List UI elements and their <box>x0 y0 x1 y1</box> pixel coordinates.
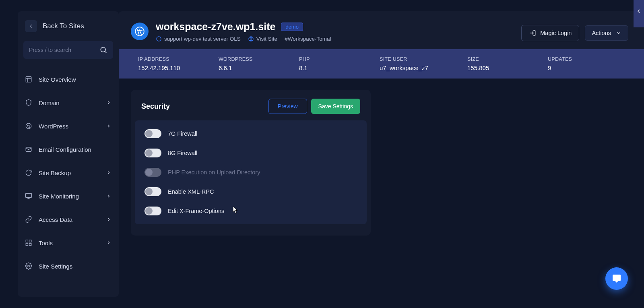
toggle-php-execution: PHP Execution on Upload Directory <box>144 168 357 177</box>
wordpress-icon <box>25 122 32 130</box>
server-link[interactable]: support wp-dev test server OLS <box>156 36 241 42</box>
sidebar-item-label: WordPress <box>39 123 99 130</box>
monitor-icon <box>25 192 32 200</box>
sidebar-item-label: Site Overview <box>39 76 111 83</box>
save-settings-button[interactable]: Save Settings <box>311 99 360 114</box>
grid-icon <box>25 239 32 246</box>
search-field[interactable] <box>23 41 113 59</box>
toggle-switch[interactable] <box>144 149 161 157</box>
toggle-switch[interactable] <box>144 129 161 138</box>
stat-value: u7_workspace_z7 <box>380 64 467 71</box>
chevron-right-icon <box>106 240 111 246</box>
visit-site-link[interactable]: Visit Site <box>248 36 277 42</box>
search-icon <box>99 46 107 54</box>
actions-label: Actions <box>592 30 611 36</box>
toggle-8g-firewall: 8G Firewall <box>144 149 357 157</box>
globe-icon <box>248 36 254 42</box>
stat-wordpress: WORDPRESS 6.6.1 <box>219 56 299 71</box>
security-card: Security Preview Save Settings 7G Firewa… <box>131 90 371 236</box>
toggle-label: 8G Firewall <box>168 150 197 156</box>
shield-icon <box>25 99 32 106</box>
security-toggles: 7G Firewall 8G Firewall PHP Execution on… <box>135 120 367 224</box>
main: workspace-z7ve.wp1.site demo support wp-… <box>119 0 644 308</box>
sidebar: Back To Sites Site Overview Domain WordP… <box>18 11 119 297</box>
toggle-switch <box>144 168 161 177</box>
visit-site-label: Visit Site <box>256 36 277 42</box>
chevron-down-icon <box>616 30 621 36</box>
page-header: workspace-z7ve.wp1.site demo support wp-… <box>119 11 644 49</box>
stat-label: PHP <box>299 56 380 62</box>
sidebar-item-label: Site Settings <box>39 263 111 270</box>
toggle-xml-rpc: Enable XML-RPC <box>144 187 357 196</box>
security-title: Security <box>141 102 170 111</box>
toggle-x-frame-options: Edit X-Frame-Options <box>144 207 357 215</box>
stat-label: UPDATES <box>548 56 628 62</box>
svg-rect-10 <box>26 240 28 242</box>
stat-value: 155.805 <box>467 64 548 71</box>
chevron-left-icon <box>636 8 642 14</box>
chat-button[interactable] <box>605 267 628 290</box>
login-icon <box>529 29 536 37</box>
sidebar-item-tools[interactable]: Tools <box>18 231 119 254</box>
stat-value: 152.42.195.110 <box>138 64 219 71</box>
stat-label: SIZE <box>467 56 548 62</box>
svg-rect-11 <box>29 240 31 242</box>
back-label[interactable]: Back To Sites <box>43 22 84 30</box>
chevron-right-icon <box>106 123 111 129</box>
svg-rect-7 <box>26 193 32 198</box>
stat-value: 8.1 <box>299 64 380 71</box>
preview-button[interactable]: Preview <box>268 99 307 114</box>
chat-icon <box>612 274 621 283</box>
svg-line-1 <box>105 52 107 53</box>
right-panel-toggle[interactable] <box>634 0 644 27</box>
sidebar-item-site-monitoring[interactable]: Site Monitoring <box>18 184 119 208</box>
gear-icon <box>25 263 32 270</box>
layout-icon <box>25 76 32 83</box>
sidebar-item-access-data[interactable]: Access Data <box>18 208 119 231</box>
stat-ip-address: IP ADDRESS 152.42.195.110 <box>138 56 219 71</box>
sidebar-item-wordpress[interactable]: WordPress <box>18 114 119 138</box>
demo-badge: demo <box>281 23 303 31</box>
github-icon <box>156 36 162 42</box>
toggle-label: Edit X-Frame-Options <box>168 208 224 214</box>
stat-size: SIZE 155.805 <box>467 56 548 71</box>
chevron-right-icon <box>106 217 111 222</box>
magic-login-button[interactable]: Magic Login <box>521 25 579 41</box>
chevron-right-icon <box>106 100 111 105</box>
sidebar-item-label: Access Data <box>39 216 99 223</box>
chevron-left-icon <box>28 23 34 29</box>
toggle-label: 7G Firewall <box>168 130 197 137</box>
back-row: Back To Sites <box>18 11 119 40</box>
svg-point-0 <box>101 47 105 52</box>
svg-point-14 <box>28 265 30 267</box>
svg-point-5 <box>26 123 31 129</box>
sidebar-item-domain[interactable]: Domain <box>18 91 119 114</box>
magic-login-label: Magic Login <box>540 30 572 36</box>
link-icon <box>25 216 32 223</box>
stat-label: SITE USER <box>380 56 467 62</box>
sidebar-nav: Site Overview Domain WordPress Email Con… <box>18 64 119 278</box>
server-label: support wp-dev test server OLS <box>164 36 241 42</box>
stat-updates: UPDATES 9 <box>548 56 628 71</box>
sidebar-item-site-overview[interactable]: Site Overview <box>18 68 119 91</box>
svg-point-16 <box>157 37 161 41</box>
sidebar-item-label: Email Configuration <box>39 146 111 153</box>
page-title: workspace-z7ve.wp1.site <box>156 21 275 33</box>
stat-label: WORDPRESS <box>219 56 299 62</box>
stat-value: 6.6.1 <box>219 64 299 71</box>
refresh-icon <box>25 169 32 176</box>
sidebar-item-site-settings[interactable]: Site Settings <box>18 254 119 278</box>
sidebar-item-email-configuration[interactable]: Email Configuration <box>18 138 119 161</box>
search-input[interactable] <box>29 47 99 53</box>
stats-bar: IP ADDRESS 152.42.195.110 WORDPRESS 6.6.… <box>119 49 644 79</box>
sidebar-item-label: Tools <box>39 240 99 246</box>
toggle-switch[interactable] <box>144 187 161 196</box>
actions-button[interactable]: Actions <box>585 25 628 41</box>
chevron-right-icon <box>106 193 111 199</box>
stat-value: 9 <box>548 64 628 71</box>
toggle-switch[interactable] <box>144 207 161 215</box>
stat-label: IP ADDRESS <box>138 56 219 62</box>
wordpress-logo <box>131 23 149 40</box>
sidebar-item-site-backup[interactable]: Site Backup <box>18 161 119 184</box>
back-button[interactable] <box>25 20 37 32</box>
